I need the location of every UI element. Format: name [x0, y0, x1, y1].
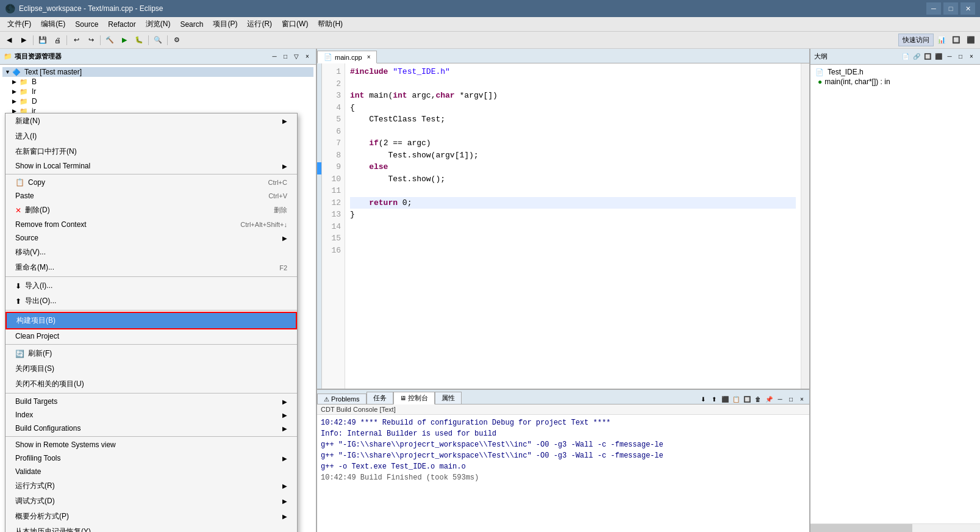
outline-minimize-btn[interactable]: ─	[945, 52, 954, 62]
maximize-button[interactable]: □	[943, 2, 958, 15]
toolbar-back[interactable]: ◀	[2, 34, 16, 47]
menu-run[interactable]: 运行(R)	[242, 17, 277, 31]
ctx-delete[interactable]: ✕ 删除(D) 删除	[5, 203, 297, 218]
toolbar-perspective1[interactable]: 📊	[935, 34, 948, 47]
tree-item-0[interactable]: ▶ 📁 B	[2, 77, 313, 87]
console-clear-btn[interactable]: 🗑	[753, 394, 763, 404]
menu-file[interactable]: 文件(F)	[2, 17, 36, 31]
ctx-rename[interactable]: 重命名(M)... F2	[5, 260, 297, 275]
toolbar-settings[interactable]: ⚙	[170, 34, 184, 47]
menu-refactor[interactable]: Refactor	[103, 17, 140, 31]
ctx-open-new-window[interactable]: 在新窗口中打开(N)	[5, 144, 297, 159]
ctx-build-targets[interactable]: Build Targets ▶	[5, 395, 297, 408]
tree-root-item[interactable]: ▼ 🔷 Text [Test master]	[2, 67, 313, 77]
code-line-7: if(2 == argc)	[350, 137, 796, 149]
console-maximize-btn[interactable]: □	[786, 394, 796, 404]
outline-item-header[interactable]: 📄 Test_IDE.h	[813, 67, 978, 77]
ctx-show-terminal[interactable]: Show in Local Terminal ▶	[5, 159, 297, 173]
ctx-build-project[interactable]: 构建项目(B)	[5, 312, 297, 329]
ctx-new[interactable]: 新建(N) ▶	[5, 113, 297, 129]
outline-collapse-btn[interactable]: ⬛	[934, 52, 943, 62]
project-icon: 🔷	[12, 68, 22, 76]
tab-problems[interactable]: ⚠ Problems	[317, 394, 367, 404]
outline-toolbar-btn3[interactable]: 🔲	[923, 52, 932, 62]
console-toolbar-btn3[interactable]: 🔲	[742, 394, 752, 404]
toolbar-save[interactable]: 💾	[36, 34, 49, 47]
editor-scrollbar[interactable]	[801, 63, 809, 389]
outline-maximize-btn[interactable]: □	[956, 52, 965, 62]
ctx-export[interactable]: ⬆ 导出(O)...	[5, 293, 297, 309]
outline-toolbar-btn1[interactable]: 📄	[901, 52, 910, 62]
outline-scrollbar-thumb[interactable]	[810, 524, 912, 532]
code-content[interactable]: #include "Test_IDE.h" int main(int argc,…	[345, 63, 801, 389]
view-menu-btn[interactable]: ▽	[291, 52, 301, 62]
ctx-paste[interactable]: Paste Ctrl+V	[5, 189, 297, 203]
ctx-copy[interactable]: 📋 Copy Ctrl+C	[5, 176, 297, 189]
editor-tab-close-icon[interactable]: ×	[367, 54, 371, 60]
ctx-move[interactable]: 移动(V)...	[5, 245, 297, 260]
toolbar-debug[interactable]: 🐛	[132, 34, 146, 47]
toolbar-undo[interactable]: ↩	[70, 34, 83, 47]
console-minimize-btn[interactable]: ─	[775, 394, 785, 404]
tab-console[interactable]: 🖥 控制台	[393, 392, 435, 404]
ctx-refresh[interactable]: 🔄 刷新(F)	[5, 346, 297, 361]
menu-window[interactable]: 窗口(W)	[277, 17, 313, 31]
close-panel-btn[interactable]: ×	[302, 52, 312, 62]
menu-edit[interactable]: 编辑(E)	[36, 17, 70, 31]
ctx-build-configs[interactable]: Build Configurations ▶	[5, 422, 297, 435]
tree-item-2[interactable]: ▶ 📁 D	[2, 96, 313, 106]
toolbar-forward[interactable]: ▶	[17, 34, 30, 47]
ctx-import[interactable]: ⬇ 导入(I)...	[5, 278, 297, 293]
ctx-enter[interactable]: 进入(I)	[5, 129, 297, 144]
close-button[interactable]: ✕	[960, 2, 975, 15]
maximize-panel-btn[interactable]: □	[281, 52, 290, 62]
ctx-profiling[interactable]: Profiling Tools ▶	[5, 451, 297, 465]
outline-item-main[interactable]: ● main(int, char*[]) : in	[813, 77, 978, 87]
toolbar-print[interactable]: 🖨	[51, 34, 64, 47]
console-close-btn[interactable]: ×	[797, 394, 807, 404]
menu-project[interactable]: 项目(P)	[208, 17, 242, 31]
quick-access-field[interactable]: 快速访问	[898, 34, 934, 46]
toolbar-perspective3[interactable]: ⬛	[964, 34, 978, 47]
toolbar-redo[interactable]: ↪	[84, 34, 98, 47]
console-toolbar-btn1[interactable]: ⬛	[720, 394, 730, 404]
toolbar-perspective2[interactable]: 🔲	[950, 34, 963, 47]
line-num-6: 6	[322, 126, 341, 138]
ctx-profile-as[interactable]: 概要分析方式(P) ▶	[5, 509, 297, 524]
console-up-btn[interactable]: ⬆	[709, 394, 719, 404]
menu-help[interactable]: 帮助(H)	[313, 17, 348, 31]
project-explorer-header: 📁 项目资源管理器 ─ □ ▽ ×	[0, 49, 316, 65]
outline-close-btn[interactable]: ×	[967, 52, 976, 62]
ctx-index[interactable]: Index ▶	[5, 408, 297, 422]
toolbar-run[interactable]: ▶	[118, 34, 131, 47]
ctx-source[interactable]: Source ▶	[5, 231, 297, 245]
ctx-show-remote[interactable]: Show in Remote Systems view	[5, 438, 297, 451]
ctx-validate[interactable]: Validate	[5, 465, 297, 478]
editor-tab-main-cpp[interactable]: 📄 main.cpp ×	[317, 51, 377, 63]
menu-source[interactable]: Source	[70, 17, 103, 31]
console-pin-btn[interactable]: 📌	[764, 394, 774, 404]
ctx-remove-context[interactable]: Remove from Context Ctrl+Alt+Shift+↓	[5, 218, 297, 231]
ctx-close-project[interactable]: 关闭项目(S)	[5, 361, 297, 376]
console-download-btn[interactable]: ⬇	[698, 394, 708, 404]
toolbar-sep-1	[33, 35, 34, 45]
minimize-button[interactable]: ─	[926, 2, 941, 15]
minimize-panel-btn[interactable]: ─	[270, 52, 279, 62]
tab-properties[interactable]: 属性	[435, 392, 462, 404]
menu-navigate[interactable]: 浏览(N)	[141, 17, 176, 31]
outline-scrollbar[interactable]	[810, 523, 980, 532]
ctx-clean-project[interactable]: Clean Project	[5, 329, 297, 343]
console-toolbar-btn2[interactable]: 📋	[731, 394, 741, 404]
tree-item-1[interactable]: ▶ 📁 Ir	[2, 87, 313, 96]
menu-search[interactable]: Search	[175, 17, 208, 31]
tab-tasks[interactable]: 任务	[367, 392, 393, 404]
ctx-run-as[interactable]: 运行方式(R) ▶	[5, 478, 297, 494]
ctx-close-unrelated[interactable]: 关闭不相关的项目(U)	[5, 376, 297, 392]
ctx-debug-as[interactable]: 调试方式(D) ▶	[5, 494, 297, 509]
ctx-restore-history[interactable]: 从本地历史记录恢复(Y)...	[5, 524, 297, 532]
toolbar-search[interactable]: 🔍	[151, 34, 165, 47]
right-area: 📄 main.cpp × 1 2 3 4 5 6 7	[317, 49, 809, 532]
outline-toolbar-btn2[interactable]: 🔗	[912, 52, 921, 62]
toolbar-build[interactable]: 🔨	[103, 34, 116, 47]
ctx-debug-as-arrow: ▶	[282, 498, 287, 505]
